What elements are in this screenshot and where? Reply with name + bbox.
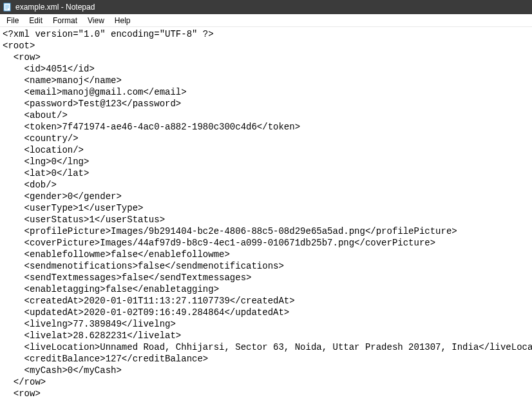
text-line: <myCash>0</myCash> bbox=[3, 365, 122, 376]
text-line: <livelat>28.6282231</livelat> bbox=[3, 330, 181, 341]
notepad-icon bbox=[3, 3, 12, 12]
window-title: example.xml - Notepad bbox=[15, 3, 95, 12]
text-line: <email>manoj@gmail.com</email> bbox=[3, 87, 187, 97]
text-line: <location/> bbox=[3, 145, 84, 155]
menu-help[interactable]: Help bbox=[109, 15, 136, 26]
text-line: <about/> bbox=[3, 110, 68, 120]
text-line: <userStatus>1</userStatus> bbox=[3, 215, 165, 225]
menu-view[interactable]: View bbox=[82, 15, 109, 26]
text-line: <password>Test@123</password> bbox=[3, 99, 181, 109]
text-line: <userType>1</userType> bbox=[3, 203, 143, 213]
text-line: <gender>0</gender> bbox=[3, 191, 122, 202]
text-line: <root> bbox=[3, 41, 35, 51]
editor-content[interactable]: <?xml version="1.0" encoding="UTF-8" ?> … bbox=[0, 27, 532, 401]
text-line: <lng>0</lng> bbox=[3, 157, 89, 167]
text-line: <enablefollowme>false</enablefollowme> bbox=[3, 249, 230, 260]
text-line: <lat>0</lat> bbox=[3, 168, 89, 178]
menu-edit[interactable]: Edit bbox=[24, 15, 48, 26]
text-line: <updatedAt>2020-01-02T09:16:49.284864</u… bbox=[3, 307, 289, 318]
text-line: <row> bbox=[3, 52, 41, 62]
text-line: <liveLocation>Unnamed Road, Chhijarsi, S… bbox=[3, 342, 532, 352]
text-line: <sendTextmessages>false</sendTextmessage… bbox=[3, 273, 251, 283]
text-line: <livelng>77.389849</livelng> bbox=[3, 319, 176, 329]
text-line: <createdAt>2020-01-01T11:13:27.1107739</… bbox=[3, 296, 295, 306]
text-line: <enabletagging>false</enabletagging> bbox=[3, 284, 219, 294]
title-bar[interactable]: example.xml - Notepad bbox=[0, 0, 532, 14]
svg-rect-0 bbox=[4, 3, 10, 11]
text-line: <?xml version="1.0" encoding="UTF-8" ?> bbox=[3, 29, 214, 39]
menu-bar: File Edit Format View Help bbox=[0, 14, 532, 27]
text-line: <dob/> bbox=[3, 180, 57, 190]
text-line: </row> bbox=[3, 377, 46, 387]
text-line: <id>4051</id> bbox=[3, 64, 95, 74]
text-line: <country/> bbox=[3, 133, 79, 144]
text-line: <creditBalance>127</creditBalance> bbox=[3, 354, 208, 364]
menu-file[interactable]: File bbox=[1, 15, 24, 26]
text-line: <sendmenotifications>false</sendmenotifi… bbox=[3, 261, 284, 271]
text-line: <row> bbox=[3, 388, 41, 399]
text-line: <name>manoj</name> bbox=[3, 75, 122, 86]
text-line: <profilePicture>Images/9b291404-bc2e-480… bbox=[3, 226, 457, 236]
text-line: <token>7f471974-ae46-4ac0-a882-1980c300c… bbox=[3, 122, 300, 132]
text-line: <coverPicture>Images/44af97d9-b8c9-4ec1-… bbox=[3, 238, 435, 248]
menu-format[interactable]: Format bbox=[48, 15, 82, 26]
